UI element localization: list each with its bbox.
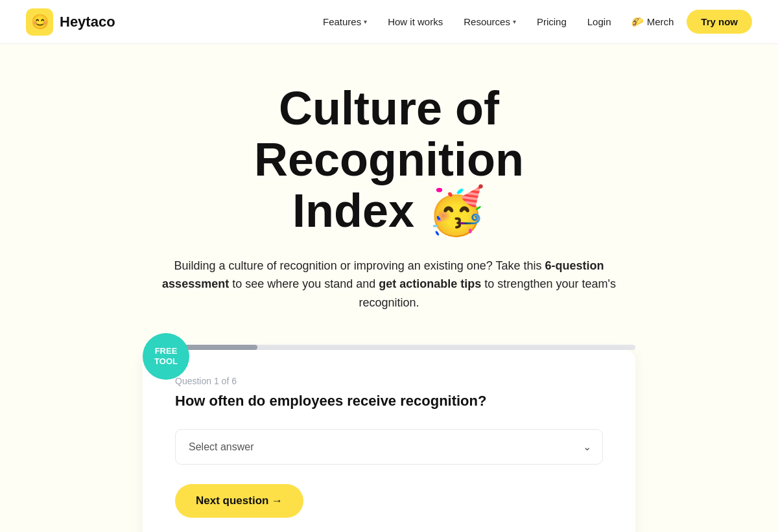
logo[interactable]: 😊 Heytaco bbox=[26, 8, 115, 36]
chevron-down-icon-resources: ▾ bbox=[513, 18, 516, 25]
nav-how-it-works[interactable]: How it works bbox=[380, 11, 451, 32]
nav-features[interactable]: Features ▾ bbox=[315, 11, 375, 32]
free-tool-badge: FREE TOOL bbox=[143, 333, 189, 380]
nav-resources[interactable]: Resources ▾ bbox=[456, 11, 524, 32]
quiz-wrapper: FREE TOOL Question 1 of 6 How often do e… bbox=[143, 345, 635, 532]
nav-login[interactable]: Login bbox=[580, 11, 619, 32]
question-label: Question 1 of 6 bbox=[175, 376, 603, 386]
chevron-down-icon: ▾ bbox=[364, 18, 367, 25]
question-text: How often do employees receive recogniti… bbox=[175, 393, 603, 410]
navbar: 😊 Heytaco Features ▾ How it works Resour… bbox=[0, 0, 778, 44]
page-title: Culture of Recognition Index 🥳 bbox=[143, 83, 635, 237]
progress-bar-container bbox=[182, 345, 635, 350]
progress-bar-fill bbox=[182, 345, 257, 350]
nav-items: Features ▾ How it works Resources ▾ Pric… bbox=[315, 10, 752, 34]
page-subtitle: Building a culture of recognition or imp… bbox=[162, 257, 616, 312]
try-now-button[interactable]: Try now bbox=[687, 10, 752, 34]
logo-icon: 😊 bbox=[26, 8, 53, 36]
select-wrapper: Select answer Daily Weekly Monthly Rarel… bbox=[175, 429, 603, 465]
logo-emoji: 😊 bbox=[31, 14, 49, 30]
answer-select[interactable]: Select answer Daily Weekly Monthly Rarel… bbox=[175, 429, 603, 465]
nav-merch[interactable]: 🌮 Merch bbox=[624, 11, 681, 33]
logo-text: Heytaco bbox=[60, 14, 115, 30]
nav-pricing[interactable]: Pricing bbox=[529, 11, 574, 32]
main-content: Culture of Recognition Index 🥳 Building … bbox=[0, 44, 778, 532]
next-question-button[interactable]: Next question → bbox=[175, 484, 303, 518]
quiz-card: Question 1 of 6 How often do employees r… bbox=[143, 350, 635, 532]
